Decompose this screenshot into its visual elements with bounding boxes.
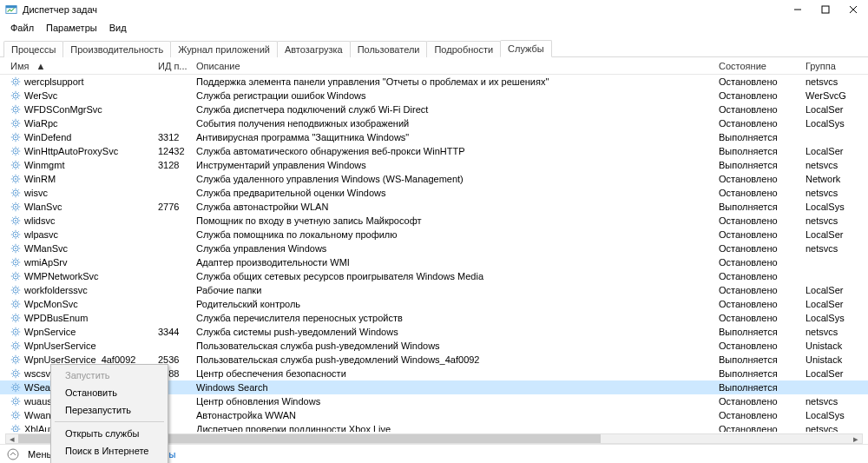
- col-group-header[interactable]: Группа: [806, 61, 858, 71]
- col-pid-header[interactable]: ИД п...: [158, 61, 196, 71]
- maximize-button[interactable]: [819, 3, 832, 16]
- table-row[interactable]: WinHttpAutoProxySvc12432Служба автоматич…: [0, 144, 868, 158]
- table-row[interactable]: WpnUserServiceПользовательская служба pu…: [0, 339, 868, 353]
- service-group: netsvcs: [806, 215, 858, 226]
- svg-line-103: [18, 209, 19, 210]
- gear-icon: [10, 354, 21, 365]
- service-state: Остановлено: [719, 76, 806, 87]
- service-group: netsvcs: [806, 424, 858, 432]
- service-pid: 3312: [158, 132, 196, 142]
- col-desc-header[interactable]: Описание: [196, 61, 719, 71]
- table-row[interactable]: WFDSConMgrSvcСлужба диспетчера подключен…: [0, 103, 868, 116]
- service-desc: Родительский контроль: [196, 299, 719, 309]
- svg-line-124: [12, 237, 13, 238]
- table-row[interactable]: wlpasvcСлужба помощника по локальному пр…: [0, 228, 868, 241]
- svg-line-15: [18, 78, 19, 79]
- svg-line-84: [12, 182, 13, 182]
- svg-point-207: [15, 359, 16, 360]
- tab-startup[interactable]: Автозагрузка: [277, 41, 351, 57]
- fewer-details-icon[interactable]: [7, 448, 19, 460]
- cm-stop[interactable]: Остановить: [53, 384, 166, 401]
- svg-line-184: [12, 321, 13, 321]
- cm-start: Запустить: [53, 367, 166, 384]
- svg-point-217: [15, 373, 16, 374]
- service-state: Остановлено: [719, 243, 806, 254]
- svg-line-253: [18, 418, 19, 419]
- tab-details[interactable]: Подробности: [426, 41, 501, 57]
- svg-line-44: [12, 126, 13, 127]
- table-row[interactable]: WlanSvc2776Служба автонастройки WLANВыпо…: [0, 200, 868, 214]
- svg-point-197: [15, 345, 16, 347]
- svg-line-123: [18, 237, 19, 238]
- svg-line-182: [12, 314, 13, 315]
- service-name: WpnService: [24, 327, 76, 337]
- table-row[interactable]: workfolderssvcРабочие папкиОстановленоLo…: [0, 283, 868, 297]
- service-state: Остановлено: [719, 410, 806, 420]
- svg-line-33: [18, 112, 19, 113]
- table-row[interactable]: WinRMСлужба удаленного управления Window…: [0, 172, 868, 186]
- table-row[interactable]: WinDefend3312Антивирусная программа "Защ…: [0, 130, 868, 144]
- service-name: WFDSConMgrSvc: [24, 104, 102, 115]
- col-name-header[interactable]: Имя▲: [10, 61, 158, 71]
- svg-point-257: [15, 428, 16, 430]
- table-row[interactable]: Winmgmt3128Инструментарий управления Win…: [0, 158, 868, 172]
- cm-details[interactable]: Подробно: [53, 460, 166, 463]
- service-name: wmiApSrv: [24, 257, 68, 268]
- svg-point-167: [15, 303, 16, 305]
- table-row[interactable]: wmiApSrvАдаптер производительности WMIОс…: [0, 255, 868, 269]
- svg-line-145: [18, 259, 19, 260]
- service-desc: Служба автоматического обнаружения веб-п…: [196, 146, 719, 156]
- service-group: netsvcs: [806, 76, 858, 87]
- gear-icon: [10, 160, 21, 170]
- table-row[interactable]: WMPNetworkSvcСлужба общих сетевых ресурс…: [0, 269, 868, 283]
- svg-point-47: [15, 136, 16, 138]
- svg-line-132: [12, 245, 13, 246]
- tab-app-history[interactable]: Журнал приложений: [170, 41, 278, 57]
- cm-open-services[interactable]: Открыть службы: [53, 425, 166, 442]
- table-row[interactable]: WiaRpcСобытия получения неподвижных изоб…: [0, 116, 868, 130]
- svg-line-52: [12, 134, 13, 135]
- service-desc: Служба автонастройки WLAN: [196, 202, 719, 212]
- col-state-header[interactable]: Состояние: [719, 61, 806, 71]
- svg-line-165: [18, 287, 19, 288]
- service-state: Остановлено: [719, 396, 806, 407]
- service-desc: Служба общих сетевых ресурсов проигрыват…: [196, 271, 719, 281]
- svg-line-133: [18, 251, 19, 252]
- gear-icon: [10, 146, 21, 156]
- menu-view[interactable]: Вид: [104, 21, 132, 35]
- cm-separator: [55, 421, 164, 422]
- table-row[interactable]: WerSvcСлужба регистрации ошибок WindowsО…: [0, 89, 868, 103]
- close-button[interactable]: [847, 3, 859, 16]
- menubar: Файл Параметры Вид: [0, 19, 868, 36]
- svg-line-203: [18, 348, 19, 349]
- tab-services[interactable]: Службы: [500, 40, 552, 57]
- service-name: WerSvc: [24, 90, 57, 101]
- menu-options[interactable]: Параметры: [41, 21, 102, 35]
- service-state: Выполняется: [719, 160, 806, 170]
- svg-point-77: [15, 178, 16, 180]
- table-row[interactable]: wercplsupportПоддержка элемента панели у…: [0, 75, 868, 89]
- table-row[interactable]: WPDBusEnumСлужба перечислителя переносны…: [0, 311, 868, 325]
- cm-search-online[interactable]: Поиск в Интернете: [53, 442, 166, 460]
- scroll-left-arrow[interactable]: ◂: [6, 433, 18, 445]
- menu-file[interactable]: Файл: [5, 21, 39, 35]
- table-row[interactable]: WManSvcСлужба управления WindowsОстановл…: [0, 241, 868, 255]
- minimize-button[interactable]: [792, 3, 804, 16]
- svg-line-214: [12, 362, 13, 363]
- table-row[interactable]: WpcMonSvcРодительский контрольОстановлен…: [0, 297, 868, 311]
- tab-processes[interactable]: Процессы: [3, 41, 63, 57]
- svg-line-185: [18, 314, 19, 315]
- svg-line-102: [12, 203, 13, 204]
- tab-performance[interactable]: Производительность: [62, 41, 171, 57]
- table-row[interactable]: wisvcСлужба предварительной оценки Windo…: [0, 186, 868, 200]
- tab-users[interactable]: Пользователи: [350, 41, 428, 57]
- gear-icon: [10, 104, 21, 115]
- service-state: Остановлено: [719, 90, 806, 101]
- table-row[interactable]: WpnService3344Служба системы push-уведом…: [0, 325, 868, 339]
- svg-line-233: [18, 390, 19, 391]
- scroll-right-arrow[interactable]: ▸: [850, 433, 862, 445]
- service-group: LocalSer: [806, 368, 858, 379]
- svg-line-243: [18, 404, 19, 405]
- cm-restart[interactable]: Перезапустить: [53, 401, 166, 419]
- table-row[interactable]: wlidsvcПомощник по входу в учетную запис…: [0, 214, 868, 228]
